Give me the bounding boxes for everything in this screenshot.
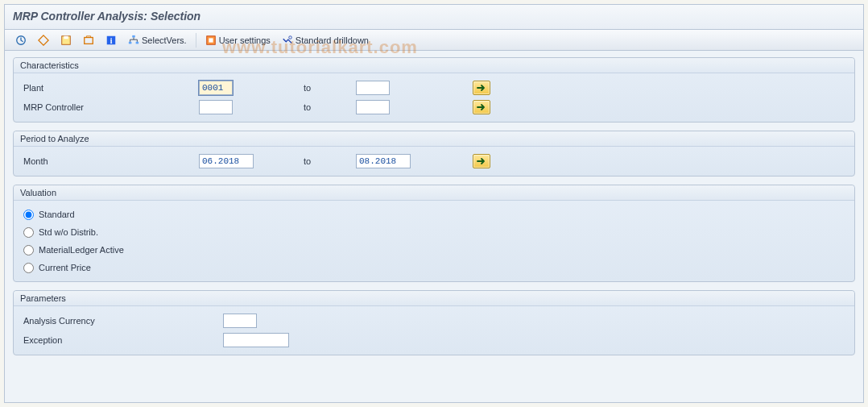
group-period: Period to Analyze Month to	[13, 131, 855, 177]
svg-rect-2	[64, 35, 68, 39]
row-mrpctrl: MRP Controller to	[22, 98, 846, 117]
open-icon	[83, 35, 94, 46]
input-month-low[interactable]	[199, 154, 254, 168]
save-icon	[60, 35, 72, 46]
diamond-icon	[38, 35, 49, 46]
user-settings-label: User settings	[219, 35, 271, 45]
drilldown-icon	[282, 35, 293, 46]
group-characteristics: Characteristics Plant to MRP Controller	[13, 57, 855, 123]
title-bar: MRP Controller Analysis: Selection	[5, 5, 863, 30]
input-plant-low[interactable]	[199, 81, 233, 95]
standard-drilldown-label: Standard drilldown	[296, 35, 369, 45]
arrow-right-icon	[477, 84, 486, 92]
group-parameters: Parameters Analysis Currency Exception	[13, 290, 855, 355]
radio-row-stdwo: Std w/o Distrib.	[22, 223, 846, 241]
arrow-right-icon	[477, 103, 486, 111]
group-title-characteristics: Characteristics	[14, 58, 854, 73]
selectvers-button[interactable]: SelectVers.	[124, 32, 191, 48]
content-area: Characteristics Plant to MRP Controller	[5, 51, 863, 403]
info-icon: i	[105, 35, 117, 46]
label-month: Month	[22, 156, 199, 166]
radio-row-mlactive: MaterialLedger Active	[22, 241, 846, 259]
label-plant: Plant	[22, 83, 199, 93]
clock-execute-icon	[15, 35, 27, 46]
radio-label-standard[interactable]: Standard	[39, 210, 75, 219]
group-title-valuation: Valuation	[14, 185, 854, 201]
group-title-period: Period to Analyze	[14, 131, 854, 147]
execute-print-button[interactable]	[34, 32, 53, 48]
page-title: MRP Controller Analysis: Selection	[13, 10, 855, 23]
label-plant-to: to	[304, 83, 356, 93]
svg-text:i: i	[110, 35, 113, 44]
toolbar: i SelectVers. User settings Standard dri…	[5, 30, 863, 51]
input-mrpctrl-low[interactable]	[199, 100, 233, 114]
group-title-parameters: Parameters	[14, 291, 854, 306]
execute-button[interactable]	[11, 32, 31, 48]
label-exception: Exception	[22, 335, 223, 345]
row-month: Month to	[22, 152, 846, 171]
hierarchy-icon	[128, 35, 139, 46]
standard-drilldown-button[interactable]: Standard drilldown	[278, 32, 373, 48]
radio-row-standard: Standard	[22, 206, 846, 223]
row-exception: Exception	[22, 330, 846, 350]
input-exception[interactable]	[223, 333, 289, 347]
group-valuation: Valuation Standard Std w/o Distrib. Mate…	[13, 185, 855, 282]
arrow-right-icon	[477, 157, 486, 165]
svg-rect-7	[129, 41, 132, 44]
radio-label-mlactive[interactable]: MaterialLedger Active	[39, 245, 124, 255]
multi-select-plant-button[interactable]	[473, 81, 490, 95]
input-mrpctrl-high[interactable]	[356, 100, 390, 114]
multi-select-mrpctrl-button[interactable]	[473, 100, 490, 114]
open-button[interactable]	[79, 32, 98, 48]
user-settings-icon	[205, 35, 217, 46]
radio-row-currprice: Current Price	[22, 259, 846, 276]
radio-standard[interactable]	[23, 210, 34, 220]
svg-point-11	[289, 35, 292, 39]
row-currency: Analysis Currency	[22, 311, 846, 330]
user-settings-button[interactable]: User settings	[201, 32, 275, 48]
save-button[interactable]	[56, 32, 76, 48]
input-currency[interactable]	[223, 314, 257, 328]
radio-label-currprice[interactable]: Current Price	[39, 263, 91, 272]
row-plant: Plant to	[22, 78, 846, 98]
radio-label-stdwo[interactable]: Std w/o Distrib.	[39, 227, 98, 237]
radio-mlactive[interactable]	[23, 245, 34, 255]
selectvers-label: SelectVers.	[142, 35, 187, 45]
radio-stdwo[interactable]	[23, 227, 34, 238]
input-month-high[interactable]	[356, 154, 411, 168]
svg-rect-10	[209, 38, 213, 42]
label-mrpctrl-to: to	[304, 102, 356, 112]
input-plant-high[interactable]	[356, 81, 390, 95]
radio-currprice[interactable]	[23, 263, 34, 273]
svg-rect-8	[136, 41, 139, 44]
label-month-to: to	[304, 156, 356, 166]
svg-rect-3	[85, 37, 93, 44]
svg-rect-6	[132, 35, 135, 37]
multi-select-month-button[interactable]	[473, 154, 490, 168]
info-button[interactable]: i	[101, 32, 121, 48]
toolbar-separator	[196, 33, 196, 48]
label-mrpctrl: MRP Controller	[22, 102, 199, 112]
label-currency: Analysis Currency	[22, 316, 223, 326]
